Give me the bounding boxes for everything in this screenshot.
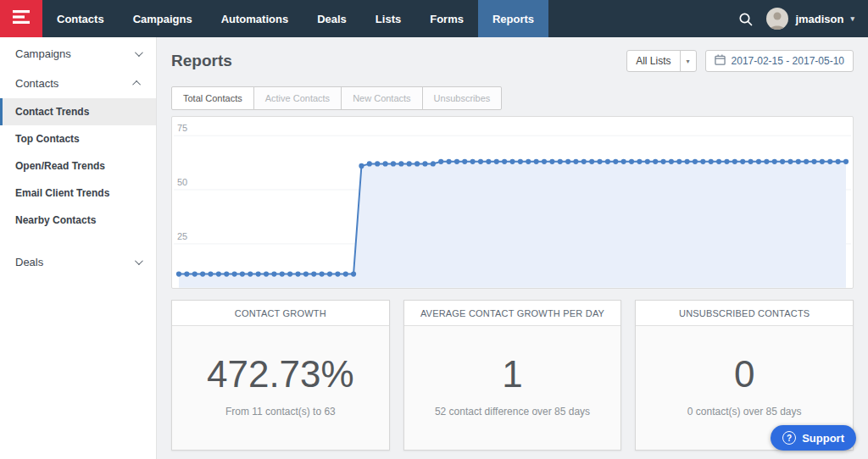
username: jmadison	[795, 13, 843, 25]
stat-card-value: 472.73%	[207, 353, 354, 395]
stat-card-caption: 52 contact difference over 85 days	[435, 406, 590, 418]
navbar-right: jmadison ▾	[738, 0, 868, 37]
sidebar-item-top-contacts[interactable]: Top Contacts	[0, 125, 156, 152]
sidebar-section-deals[interactable]: Deals	[0, 247, 156, 277]
tab-unsubscribes[interactable]: Unsubscribes	[422, 86, 503, 110]
stat-card-value: 0	[734, 353, 754, 395]
svg-text:50: 50	[177, 177, 187, 187]
tab-total-contacts[interactable]: Total Contacts	[171, 86, 254, 110]
stat-card-title: UNSUBSCRIBED CONTACTS	[636, 301, 853, 326]
sidebar-section-label: Deals	[15, 256, 43, 268]
sidebar-section-label: Contacts	[15, 77, 58, 90]
nav-item-reports[interactable]: Reports	[478, 0, 548, 37]
nav-item-contacts[interactable]: Contacts	[42, 0, 119, 37]
stat-card-average-contact-growth-per-day: AVERAGE CONTACT GROWTH PER DAY152 contac…	[403, 300, 622, 451]
stat-card-title: CONTACT GROWTH	[172, 301, 389, 326]
nav-item-deals[interactable]: Deals	[303, 0, 361, 37]
sidebar-item-email-client-trends[interactable]: Email Client Trends	[0, 180, 156, 207]
content-area: Reports All Lists ▾ 2017-02-15 - 2017-05…	[157, 37, 868, 459]
svg-text:75: 75	[177, 123, 187, 133]
header-controls: All Lists ▾ 2017-02-15 - 2017-05-10	[626, 50, 854, 72]
support-button[interactable]: ? Support	[771, 425, 856, 451]
sidebar: CampaignsContactsContact TrendsTop Conta…	[0, 37, 157, 459]
tab-active-contacts[interactable]: Active Contacts	[253, 86, 342, 110]
stat-card-caption: From 11 contact(s) to 63	[225, 406, 336, 418]
top-navbar: ContactsCampaignsAutomationsDealsListsFo…	[0, 0, 868, 37]
search-icon[interactable]	[738, 12, 753, 26]
sidebar-section-label: Campaigns	[15, 47, 71, 60]
chevron-down-icon: ▾	[680, 51, 696, 71]
tab-new-contacts[interactable]: New Contacts	[341, 86, 422, 110]
list-filter-value: All Lists	[627, 55, 679, 67]
sidebar-item-open-read-trends[interactable]: Open/Read Trends	[0, 152, 156, 180]
user-menu[interactable]: jmadison ▾	[766, 8, 854, 30]
main-nav: ContactsCampaignsAutomationsDealsListsFo…	[42, 0, 548, 37]
sidebar-section-contacts[interactable]: Contacts	[0, 69, 156, 98]
page-title: Reports	[171, 52, 232, 70]
calendar-icon	[715, 54, 726, 68]
chevron-up-icon	[132, 80, 141, 89]
main-layout: CampaignsContactsContact TrendsTop Conta…	[0, 37, 868, 459]
sidebar-item-contact-trends[interactable]: Contact Trends	[0, 98, 156, 125]
stat-cards-row: CONTACT GROWTH472.73%From 11 contact(s) …	[171, 300, 854, 451]
sidebar-item-nearby-contacts[interactable]: Nearby Contacts	[0, 207, 156, 234]
chevron-down-icon: ▾	[850, 14, 854, 23]
nav-item-lists[interactable]: Lists	[361, 0, 415, 37]
question-icon: ?	[782, 431, 796, 445]
contacts-trend-chart: 755025	[171, 116, 854, 289]
content-header: Reports All Lists ▾ 2017-02-15 - 2017-05…	[171, 49, 854, 73]
stat-card-caption: 0 contact(s) over 85 days	[687, 406, 802, 418]
stat-card-contact-growth: CONTACT GROWTH472.73%From 11 contact(s) …	[171, 300, 390, 451]
date-range-picker[interactable]: 2017-02-15 - 2017-05-10	[705, 50, 854, 72]
stat-card-value: 1	[502, 353, 522, 395]
report-tabs: Total ContactsActive ContactsNew Contact…	[171, 86, 854, 110]
nav-item-forms[interactable]: Forms	[415, 0, 478, 37]
nav-item-campaigns[interactable]: Campaigns	[119, 0, 207, 37]
chevron-down-icon	[135, 257, 143, 265]
nav-item-automations[interactable]: Automations	[207, 0, 303, 37]
date-range-value: 2017-02-15 - 2017-05-10	[732, 55, 844, 67]
support-label: Support	[802, 432, 844, 445]
sidebar-section-campaigns[interactable]: Campaigns	[0, 39, 156, 69]
trend-line-chart: 755025	[172, 117, 853, 288]
app-logo[interactable]	[0, 0, 42, 37]
logo-icon	[12, 9, 31, 28]
stat-card-title: AVERAGE CONTACT GROWTH PER DAY	[404, 301, 621, 326]
avatar	[766, 8, 788, 30]
svg-text:25: 25	[177, 231, 187, 241]
list-filter-select[interactable]: All Lists ▾	[626, 50, 696, 72]
chevron-down-icon	[135, 48, 143, 57]
